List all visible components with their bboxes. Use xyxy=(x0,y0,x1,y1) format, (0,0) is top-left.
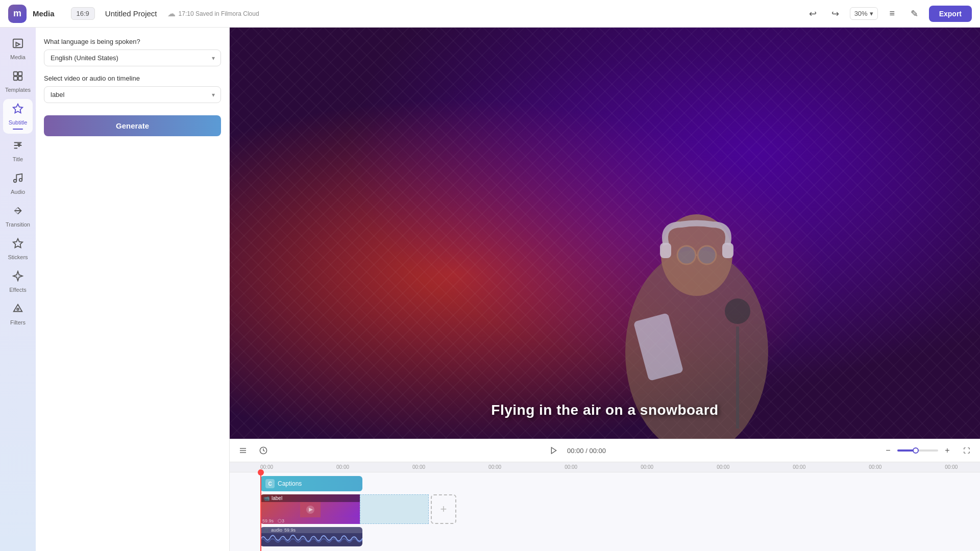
redo-button[interactable]: ↪ xyxy=(827,6,844,22)
filters-label: Filters xyxy=(10,319,26,325)
zoom-chevron-icon: ▾ xyxy=(870,10,873,17)
sidebar-item-title[interactable]: T Title xyxy=(3,136,33,166)
svg-text:T: T xyxy=(18,143,20,147)
stickers-icon xyxy=(12,238,23,252)
svg-marker-5 xyxy=(13,104,22,113)
ruler-marks: 00:00 00:00 00:00 00:00 00:00 00:00 00:0… xyxy=(260,464,958,470)
timeline-list-button[interactable] xyxy=(236,443,250,458)
svg-marker-9 xyxy=(13,239,22,247)
timeline-toolbar: 00:00 / 00:00 − + xyxy=(230,439,980,462)
app-name: Media xyxy=(33,9,55,18)
templates-label: Templates xyxy=(5,87,31,93)
clip-select[interactable]: label clip1 clip2 xyxy=(44,86,221,103)
clip-select-wrapper: label clip1 clip2 xyxy=(44,86,221,103)
title-icon: T xyxy=(12,140,23,154)
caption-track-icon: C xyxy=(265,479,275,488)
svg-rect-14 xyxy=(660,243,671,258)
sidebar-nav: Media Templates Subtitle T Title Audio xyxy=(0,28,36,551)
zoom-slider[interactable] xyxy=(897,449,938,452)
playhead-head xyxy=(258,469,264,475)
undo-button[interactable]: ↩ xyxy=(805,6,821,22)
effects-label: Effects xyxy=(9,287,26,293)
sidebar-item-effects[interactable]: Effects xyxy=(3,266,33,297)
audio-label: Audio xyxy=(11,189,25,195)
video-clip-duration: 59.9s xyxy=(262,518,274,523)
cloud-icon: ☁ xyxy=(167,9,176,18)
audio-track-row: 🎵 audio 59.9s xyxy=(260,527,980,547)
audio-icon xyxy=(12,172,23,187)
caption-track-row: C Captions xyxy=(260,475,980,492)
timeline-area: 00:00 / 00:00 − + xyxy=(230,439,980,551)
sidebar-item-media[interactable]: Media xyxy=(3,34,33,64)
audio-track[interactable]: 🎵 audio 59.9s xyxy=(260,527,362,546)
filters-icon xyxy=(12,303,23,317)
timeline-label: Select video or audio on timeline xyxy=(44,74,221,82)
caption-track-label: Captions xyxy=(278,480,302,487)
timeline-tracks: C Captions 📹 label xyxy=(230,472,980,551)
audio-waveform xyxy=(260,533,362,546)
timeline-content: 00:00 00:00 00:00 00:00 00:00 00:00 00:0… xyxy=(230,462,980,551)
svg-point-16 xyxy=(677,246,696,264)
zoom-selector[interactable]: 30% ▾ xyxy=(850,7,878,20)
video-preview: Flying in the air on a snowboard xyxy=(230,28,980,439)
add-clip-button[interactable]: + xyxy=(431,494,456,524)
ruler-mark: 00:00 xyxy=(412,464,425,470)
sidebar-item-templates[interactable]: Templates xyxy=(3,66,33,97)
timeline-ruler: 00:00 00:00 00:00 00:00 00:00 00:00 00:0… xyxy=(230,462,980,472)
add-clip-label: + xyxy=(440,503,447,516)
sidebar-item-filters[interactable]: Filters xyxy=(3,299,33,330)
svg-point-7 xyxy=(14,180,17,183)
main-area: Media Templates Subtitle T Title Audio xyxy=(0,28,980,551)
play-button[interactable] xyxy=(547,443,561,458)
media-label: Media xyxy=(10,54,26,60)
ruler-mark: 00:00 xyxy=(717,464,729,470)
language-select[interactable]: English (United States) Spanish French G… xyxy=(44,49,221,66)
video-track-row: 📹 label 59.9s xyxy=(260,494,980,524)
ruler-mark: 00:00 xyxy=(641,464,653,470)
sidebar-item-transition[interactable]: Transition xyxy=(3,201,33,232)
ruler-mark: 00:00 xyxy=(260,464,273,470)
video-clip-marker: ⬡3 xyxy=(278,518,284,523)
timeline-layout-button[interactable]: ≡ xyxy=(884,6,900,22)
zoom-value: 30% xyxy=(854,10,868,17)
zoom-out-button[interactable]: − xyxy=(882,444,894,457)
video-thumb-svg xyxy=(300,502,321,517)
title-label: Title xyxy=(13,156,23,162)
audio-icon-small: 🎵 xyxy=(263,528,269,533)
video-clip-icon: 📹 xyxy=(263,495,270,501)
svg-point-20 xyxy=(725,298,750,324)
zoom-in-button[interactable]: + xyxy=(941,444,953,457)
media-icon xyxy=(12,38,23,52)
aspect-ratio-badge[interactable]: 16:9 xyxy=(71,7,95,20)
logo-letter: m xyxy=(13,8,21,19)
fullscreen-button[interactable] xyxy=(960,443,974,458)
generate-button[interactable]: Generate xyxy=(44,115,221,136)
video-clip-extension[interactable] xyxy=(360,494,429,524)
audio-track-label: audio xyxy=(271,528,282,533)
playhead[interactable] xyxy=(260,472,261,551)
svg-rect-2 xyxy=(18,72,22,76)
audio-duration: 59.9s xyxy=(284,528,296,533)
edit-options-button[interactable]: ✎ xyxy=(906,6,923,22)
sidebar-item-subtitle[interactable]: Subtitle xyxy=(3,99,33,134)
sidebar-item-audio[interactable]: Audio xyxy=(3,168,33,199)
audio-track-header: 🎵 audio 59.9s xyxy=(260,527,362,533)
video-clip-header: 📹 label xyxy=(260,494,360,502)
video-clip[interactable]: 📹 label 59.9s xyxy=(260,494,360,524)
svg-marker-25 xyxy=(551,447,556,454)
caption-track[interactable]: C Captions xyxy=(260,476,362,491)
templates-icon xyxy=(12,70,23,85)
export-button[interactable]: Export xyxy=(929,6,972,22)
effects-icon xyxy=(12,270,23,285)
ruler-mark: 00:00 xyxy=(945,464,958,470)
transition-label: Transition xyxy=(6,221,30,228)
language-question: What language is being spoken? xyxy=(44,38,221,45)
svg-rect-15 xyxy=(722,243,733,258)
ruler-mark: 00:00 xyxy=(488,464,501,470)
svg-point-8 xyxy=(19,179,22,182)
svg-rect-4 xyxy=(18,77,22,80)
ruler-mark: 00:00 xyxy=(793,464,805,470)
left-panel: What language is being spoken? English (… xyxy=(36,28,230,551)
sidebar-item-stickers[interactable]: Stickers xyxy=(3,234,33,264)
timeline-magnet-button[interactable] xyxy=(256,443,271,458)
